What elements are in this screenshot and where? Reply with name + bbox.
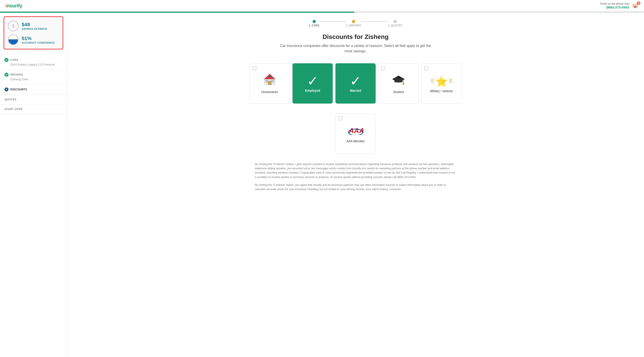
logo: insurify [5,3,22,9]
svg-rect-5 [269,75,271,78]
drivers-title: DRIVERS [4,73,62,77]
step-dot-cars [312,20,316,23]
phone-block: Finish on the phone now (866)-373-0443 [600,2,629,9]
accuracy-fill [8,39,18,44]
page-title: Discounts for Zisheng [80,33,630,40]
start-over-title: START OVER [4,108,62,111]
accuracy-icon [8,34,18,45]
discount-row-2: AAA AAA Member [80,112,630,155]
phone-label: Finish on the phone now [600,2,629,5]
step-drivers: 2. DRIVERS [346,20,361,27]
header-right: Finish on the phone now (866)-373-0443 🐷… [600,2,639,9]
steps: 1. CARS 2. DRIVERS 3. QUOTES [80,20,630,27]
legal-text-1: By clicking the "Continue" button, I giv… [255,162,456,180]
step-line-2 [361,21,388,22]
step-dot-drivers [352,20,355,23]
married-label: Married [350,89,361,92]
savings-label: SAVINGS ESTIMATE [22,28,48,30]
discount-married[interactable]: ✓ Married [336,63,376,104]
sidebar-cars[interactable]: CARS 2019 Subaru Legacy 2.5i Premium [0,55,67,70]
cars-sub: 2019 Subaru Legacy 2.5i Premium [4,63,62,66]
accuracy-info: 51% ACCURACY CONFIDENCE [22,36,55,44]
homeowner-label: Homeowner [261,90,278,94]
savings-info: $48 SAVINGS ESTIMATE [22,22,48,30]
homeowner-icon [263,73,276,88]
discount-grid: Homeowner ✓ Employed ✓ Married [80,62,630,105]
discount-student[interactable]: Student [378,63,418,104]
logo-rest: nsurify [7,3,22,8]
discounts-arrow [4,88,8,92]
employed-check: ✓ [307,74,318,88]
discount-military[interactable]: ⭐ Military / veteran [421,63,462,104]
savings-card: $ $48 SAVINGS ESTIMATE 51% ACCURACY CONF… [4,16,63,50]
married-check: ✓ [350,74,361,88]
phone-number[interactable]: (866)-373-0443 [600,5,629,9]
discount-aaa[interactable]: AAA AAA Member [336,114,376,154]
savings-estimate-row: $ $48 SAVINGS ESTIMATE [8,20,59,31]
drivers-check [4,73,8,77]
sidebar-nav: CARS 2019 Subaru Legacy 2.5i Premium DRI… [0,53,67,116]
cars-check [4,58,8,62]
header: insurify Finish on the phone now (866)-3… [0,0,644,12]
svg-rect-4 [268,81,272,85]
sidebar-start-over[interactable]: START OVER [0,104,67,114]
main-content: 1. CARS 2. DRIVERS 3. QUOTES Discounts f… [67,13,644,357]
aaa-label: AAA Member [346,139,365,143]
svg-rect-7 [394,78,402,82]
piggy-badge: 3 [637,1,640,5]
quotes-title: QUOTES [4,98,62,101]
sidebar: $ $48 SAVINGS ESTIMATE 51% ACCURACY CONF… [0,13,67,357]
military-label: Military / veteran [430,89,453,93]
aaa-icon: AAA [348,124,363,138]
student-label: Student [393,90,404,94]
accuracy-value: 51% [22,36,55,42]
svg-rect-2 [265,80,268,82]
savings-amount: $48 [22,22,48,28]
step-label-cars: 1. CARS [309,24,319,27]
discounts-title: DISCOUNTS [4,88,62,92]
layout: $ $48 SAVINGS ESTIMATE 51% ACCURACY CONF… [0,13,644,357]
sidebar-quotes[interactable]: QUOTES [0,95,67,104]
employed-label: Employed [305,89,320,92]
student-icon [392,73,405,88]
drivers-sub: Zisheng Chen [4,78,62,81]
sidebar-discounts[interactable]: DISCOUNTS [0,84,67,95]
cars-title: CARS [4,58,62,62]
military-checkbox[interactable] [424,66,428,70]
step-quotes: 3. QUOTES [388,20,402,27]
svg-point-9 [402,83,404,85]
step-label-drivers: 2. DRIVERS [346,24,361,27]
step-cars: 1. CARS [309,20,319,27]
page-subtitle: Car insurance companies offer discounts … [280,43,432,54]
step-line-1 [319,21,346,22]
svg-rect-3 [271,80,274,82]
military-icon: ⭐ [435,74,448,88]
discount-homeowner[interactable]: Homeowner [250,63,290,104]
step-dot-quotes [394,20,397,23]
piggy-icon: 🐷 3 [632,3,639,9]
discount-employed[interactable]: ✓ Employed [292,63,333,104]
accuracy-row: 51% ACCURACY CONFIDENCE [8,34,59,45]
dollar-icon: $ [8,20,18,31]
aaa-checkbox[interactable] [338,116,342,120]
legal-text-2: By clicking the "Continue" button, you a… [255,183,456,192]
step-label-quotes: 3. QUOTES [388,24,402,27]
student-checkbox[interactable] [381,66,385,70]
sidebar-drivers[interactable]: DRIVERS Zisheng Chen [0,70,67,84]
homeowner-checkbox[interactable] [252,66,256,70]
accuracy-label: ACCURACY CONFIDENCE [22,42,55,44]
